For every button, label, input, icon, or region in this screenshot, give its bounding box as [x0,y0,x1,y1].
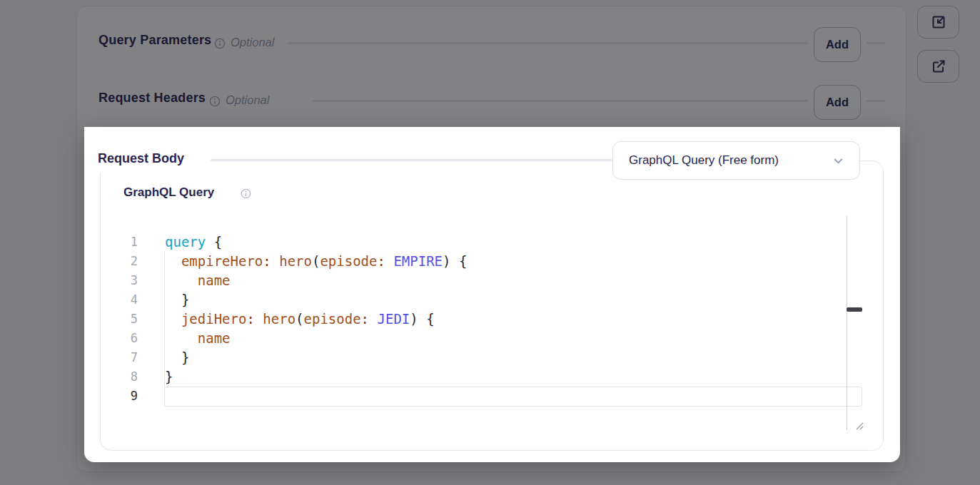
code-token: } [165,292,189,307]
code-token [165,311,181,327]
code-line[interactable]: jediHero: hero(episode: JEDI) { [165,310,467,329]
code-line[interactable]: } [165,367,467,387]
code-token [369,311,377,327]
code-token: hero [263,311,295,327]
code-line[interactable] [165,387,467,406]
line-number: 9 [115,387,138,406]
textarea-resize-grip[interactable] [854,421,864,430]
body-type-select-value: GraphQL Query (Free form) [629,153,832,168]
code-token: empireHero [181,253,263,269]
code-token: name [198,330,231,346]
code-token [165,253,181,269]
line-number: 7 [115,348,138,367]
code-token: hero [279,253,312,269]
request-body-title: Request Body [98,151,184,166]
code-token: : [361,311,369,327]
page: Query Parameters Optional Add Request He… [0,0,980,485]
code-token: : [377,253,385,269]
code-token [385,253,393,269]
code-token: episode [304,311,361,327]
code-token: { [206,234,222,250]
line-number: 8 [115,367,138,387]
code-line[interactable]: empireHero: hero(episode: EMPIRE) { [165,252,467,271]
code-token [165,330,198,346]
graphql-query-card: GraphQL Query 123456789 query { empireHe… [100,160,884,451]
editor-resize-divider [847,216,847,430]
code-line[interactable]: } [165,348,467,367]
line-number: 4 [115,290,138,310]
code-token: query [165,234,206,250]
code-token: jediHero [181,311,247,327]
divider-line [211,159,612,161]
code-token [165,272,198,288]
request-body-section: GraphQL Query 123456789 query { empireHe… [84,127,900,462]
code-line[interactable]: name [165,271,467,290]
code-token: JEDI [378,311,410,327]
code-token: ( [312,253,320,269]
code-token: episode [320,253,377,269]
code-token: : [246,311,254,327]
code-token: EMPIRE [393,253,443,269]
code-token [255,311,263,327]
code-token: ) { [443,253,467,269]
graphql-editor[interactable]: 123456789 query { empireHero: hero(episo… [101,161,883,450]
code-line[interactable]: query { [165,233,467,252]
body-type-select[interactable]: GraphQL Query (Free form) [612,141,860,180]
line-number: 3 [115,271,138,290]
code-token: name [198,272,231,288]
code-line[interactable]: name [165,329,467,348]
line-number: 1 [115,233,138,252]
line-number: 5 [115,310,138,329]
editor-gutter: 123456789 [115,233,138,406]
code-token [271,253,279,269]
line-number: 2 [115,252,138,271]
code-line[interactable]: } [165,290,467,310]
code-token: ) { [410,311,434,327]
divider-drag-handle[interactable] [847,307,862,312]
code-token: } [165,349,189,365]
line-number: 6 [115,329,138,348]
code-token: ( [295,311,303,327]
code-lines[interactable]: query { empireHero: hero(episode: EMPIRE… [165,233,467,406]
chevron-down-icon [832,154,845,168]
code-token: } [165,369,173,384]
code-token: : [263,253,271,269]
